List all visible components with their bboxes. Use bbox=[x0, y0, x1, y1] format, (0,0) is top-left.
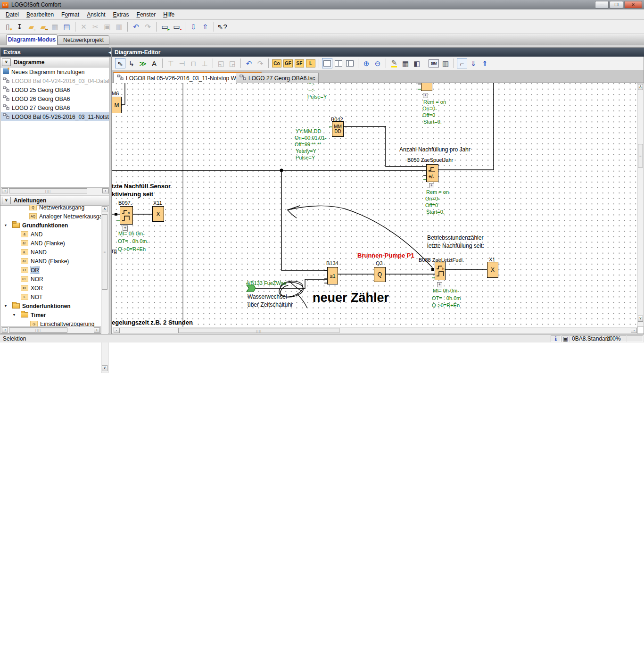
mode-tab-diagramm-modus[interactable]: Diagramm-Modus bbox=[6, 34, 58, 45]
tree-item-grundfunktionen[interactable]: ▼Grundfunktionen bbox=[1, 221, 101, 230]
select-tool-icon[interactable]: ⇖ bbox=[115, 58, 125, 68]
chevron-down-icon[interactable]: ∨ bbox=[2, 197, 11, 204]
expand-parameters-icon[interactable]: + bbox=[437, 282, 442, 287]
align-distribute-icon[interactable]: ⊥ bbox=[199, 58, 210, 68]
scroll-thumb[interactable]: ≡ bbox=[638, 144, 643, 167]
canvas-hscrollbar[interactable]: ‹ |||| › bbox=[113, 327, 638, 334]
save-icon[interactable]: ▦ bbox=[50, 21, 60, 32]
align-bottom-icon[interactable]: ⊓ bbox=[188, 58, 198, 68]
transfer-up-icon[interactable]: ⇧ bbox=[200, 21, 211, 32]
logo-to-pc-icon[interactable]: ▭▪ bbox=[171, 21, 182, 32]
transfer-down-icon[interactable]: ⇩ bbox=[188, 21, 199, 32]
open-import-icon[interactable]: ▰→ bbox=[26, 21, 37, 32]
menu-format[interactable]: Format bbox=[58, 10, 83, 19]
simulation-icon[interactable]: SIM bbox=[429, 59, 439, 67]
close-button[interactable]: ✕ bbox=[624, 1, 642, 8]
new-file-icon[interactable]: ▯✶ bbox=[2, 21, 13, 32]
canvas-vscrollbar[interactable]: ∧ ≡ ∨ bbox=[637, 83, 644, 327]
sidebar-item-diagram[interactable]: LOGO 27 Georg OBA6 bbox=[1, 103, 109, 112]
scroll-left-icon[interactable]: ‹ bbox=[2, 188, 8, 193]
tree-item-sonderfunktionen[interactable]: ▼Sonderfunktionen bbox=[1, 301, 101, 310]
tree-item-timer[interactable]: ▼Timer bbox=[1, 310, 101, 319]
tree-item-not[interactable]: 1.NOT bbox=[1, 292, 101, 301]
minimize-button[interactable]: — bbox=[595, 1, 609, 8]
parameter-table-icon[interactable]: ▦ bbox=[400, 58, 411, 68]
import-icon[interactable]: ↧ bbox=[14, 21, 25, 32]
expand-parameters-icon[interactable]: + bbox=[123, 225, 128, 231]
three-pane-icon[interactable] bbox=[345, 58, 355, 68]
zoom-out-icon[interactable]: ⊖ bbox=[372, 58, 383, 68]
document-tab[interactable]: LOGO 27 Georg OBA6.lsc bbox=[236, 73, 319, 83]
status-zoom[interactable]: 100% bbox=[604, 335, 627, 342]
tree-item-nor[interactable]: ≥1.NOR bbox=[1, 275, 101, 284]
block-B134[interactable]: ≥1 bbox=[327, 267, 338, 284]
sidebar-item-diagram[interactable]: LOGO 26 Georg OBA6 bbox=[1, 94, 109, 103]
scroll-thumb[interactable]: |||| bbox=[9, 188, 87, 193]
tree-expand-icon[interactable]: ▼ bbox=[3, 224, 8, 227]
block-Q3[interactable]: Q bbox=[374, 267, 386, 282]
scroll-down-icon[interactable]: ∨ bbox=[638, 316, 643, 322]
scroll-thumb[interactable]: ≡ bbox=[102, 214, 107, 290]
bring-forward-icon[interactable]: ◱ bbox=[216, 58, 226, 68]
block-B042[interactable]: MMDD bbox=[332, 121, 344, 137]
expand-parameters-icon[interactable]: + bbox=[429, 183, 434, 188]
connection-style-icon[interactable]: ⌐ bbox=[457, 58, 467, 68]
block-top-partial[interactable] bbox=[421, 83, 432, 91]
delete-icon[interactable]: ✕ bbox=[78, 21, 89, 32]
scroll-up-icon[interactable]: ∧ bbox=[102, 206, 107, 212]
undo-icon[interactable]: ↶ bbox=[244, 58, 254, 68]
diagram-canvas[interactable]: MM6MMDDB042.+/-B050 ZaeSpuelJahrhB097.XX… bbox=[112, 83, 638, 327]
menu-datei[interactable]: Datei bbox=[2, 10, 23, 19]
scroll-left-icon[interactable]: ‹ bbox=[114, 328, 120, 333]
tree-hscrollbar[interactable]: ‹ |||| › bbox=[1, 326, 101, 334]
info-cursor-icon[interactable]: ℹ bbox=[551, 335, 561, 342]
menu-extras[interactable]: Extras bbox=[109, 10, 133, 19]
context-help-icon[interactable]: ⇖? bbox=[217, 21, 228, 32]
page-move-up-icon[interactable]: ⇑ bbox=[479, 58, 490, 68]
block-B097[interactable]: h bbox=[120, 206, 133, 225]
tree-expand-icon[interactable]: ▼ bbox=[3, 304, 8, 308]
online-test-icon[interactable]: ▥ bbox=[440, 58, 451, 68]
restore-button[interactable]: ❒ bbox=[610, 1, 623, 8]
tree-vscrollbar[interactable]: ∧ ≡ ∨ bbox=[101, 205, 108, 373]
block-X1[interactable]: X bbox=[487, 262, 498, 278]
menu-fenster[interactable]: Fenster bbox=[133, 10, 160, 19]
connector-tool-icon[interactable]: ↳ bbox=[126, 58, 137, 68]
network-connector-icon[interactable]: ≫ bbox=[138, 58, 148, 68]
block-properties-icon[interactable]: ◧ bbox=[412, 58, 422, 68]
sidebar-item-diagram[interactable]: LOGO 25 Georg OBA6 bbox=[1, 85, 109, 94]
tree-expand-icon[interactable]: ▼ bbox=[12, 313, 17, 317]
block-X11[interactable]: X bbox=[152, 206, 164, 222]
tree-item-xor[interactable]: =1XOR bbox=[1, 284, 101, 292]
sidebar-item-diagram[interactable]: LOGO8 Bal 04-V24-2016_03_04-Datalog Re bbox=[1, 76, 109, 85]
basic-functions-button[interactable]: GF bbox=[283, 59, 293, 67]
pc-to-logo-icon[interactable]: ▭▸ bbox=[159, 21, 170, 32]
constants-button[interactable]: Co bbox=[272, 59, 281, 67]
diagramme-section-header[interactable]: ∨ Diagramme bbox=[0, 57, 109, 67]
chevron-down-icon[interactable]: ∨ bbox=[2, 58, 11, 66]
align-left-icon[interactable]: ⊣ bbox=[177, 58, 187, 68]
text-tool-icon[interactable]: A bbox=[149, 58, 159, 68]
scroll-right-icon[interactable]: › bbox=[102, 188, 108, 193]
redo-icon[interactable]: ↷ bbox=[255, 58, 265, 68]
tree-item-and[interactable]: &AND bbox=[1, 230, 101, 239]
expand-parameters-icon[interactable]: + bbox=[423, 93, 428, 98]
scroll-right-icon[interactable]: › bbox=[94, 327, 100, 333]
open-file-icon[interactable]: ▰↪ bbox=[38, 21, 49, 32]
sidebar-item-diagram[interactable]: LOGO8 Bal 05-V26-2016_03_11-Notstop W bbox=[1, 112, 109, 121]
anleitungen-section-header[interactable]: ∨ Anleitungen bbox=[0, 195, 109, 206]
highlight-pen-icon[interactable]: ✎ bbox=[389, 58, 399, 68]
redo-icon[interactable]: ↷ bbox=[142, 21, 153, 32]
mode-tab-netzwerkprojekt[interactable]: Netzwerkprojekt bbox=[58, 35, 109, 45]
two-pane-icon[interactable] bbox=[333, 58, 344, 68]
scroll-thumb[interactable]: |||| bbox=[9, 327, 67, 333]
send-backward-icon[interactable]: ◲ bbox=[227, 58, 238, 68]
cut-icon[interactable]: ✂ bbox=[90, 21, 101, 32]
print-icon[interactable]: ▤ bbox=[61, 21, 72, 32]
block-M6[interactable]: M bbox=[112, 97, 122, 113]
block-B088[interactable]: h bbox=[435, 262, 446, 280]
tree-item-nand[interactable]: &.NAND bbox=[1, 248, 101, 257]
tree-item-analoger-netzwerkausgang[interactable]: AQAnaloger Netzwerkausgang bbox=[1, 212, 101, 221]
tree-item-or[interactable]: ≥1OR bbox=[1, 266, 101, 275]
tree-item-netzwerkausgang[interactable]: QNetzwerkausgang bbox=[1, 205, 101, 212]
